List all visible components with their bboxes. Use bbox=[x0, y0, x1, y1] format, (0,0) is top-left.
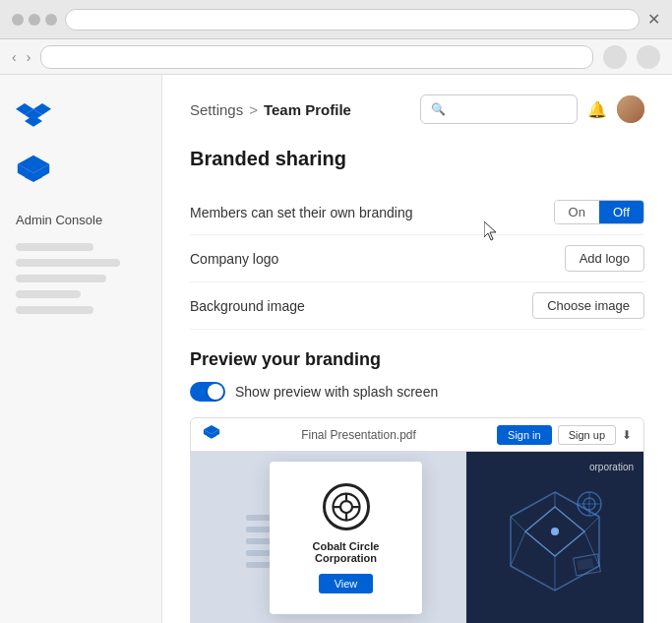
preview-frame: Final Presentation.pdf Sign in Sign up ⬇ bbox=[190, 417, 644, 623]
svg-point-23 bbox=[551, 528, 559, 535]
preview-topbar: Final Presentation.pdf Sign in Sign up ⬇ bbox=[191, 418, 643, 452]
svg-point-10 bbox=[340, 501, 352, 513]
back-arrow-icon[interactable]: ‹ bbox=[12, 49, 17, 65]
preview-title: Preview your branding bbox=[190, 349, 644, 370]
background-image-row: Background image Choose image bbox=[190, 282, 644, 330]
notification-bell-icon[interactable]: 🔔 bbox=[587, 100, 607, 119]
preview-toggle-row: Show preview with splash screen bbox=[190, 382, 644, 402]
admin-console-label: Admin Console bbox=[16, 213, 146, 227]
sidebar-skeleton bbox=[16, 243, 146, 314]
dropbox-brand-logo bbox=[16, 154, 146, 193]
preview-document: Cobalt Circle Corporation View bbox=[191, 452, 466, 623]
header-right: 🔍 🔔 bbox=[420, 94, 644, 124]
splash-overlay: Cobalt Circle Corporation View bbox=[270, 462, 422, 614]
splash-company-name: Cobalt Circle Corporation bbox=[285, 540, 406, 564]
preview-bg-panel: orporation bbox=[466, 452, 643, 623]
splash-view-button[interactable]: View bbox=[319, 574, 374, 593]
skeleton-1 bbox=[16, 243, 93, 251]
geo-wireframe-icon bbox=[491, 482, 619, 600]
breadcrumb: Settings > Team Profile bbox=[190, 101, 351, 118]
members-branding-label: Members can set their own branding bbox=[190, 205, 412, 220]
breadcrumb-current: Team Profile bbox=[264, 101, 351, 118]
preview-dropbox-icon bbox=[203, 424, 220, 445]
browser-dot-2 bbox=[29, 14, 40, 26]
branded-sharing-title: Branded sharing bbox=[190, 148, 644, 170]
address-bar[interactable] bbox=[65, 9, 640, 31]
main-header: Settings > Team Profile 🔍 🔔 bbox=[190, 94, 644, 124]
toggle-knob bbox=[208, 384, 223, 400]
preview-topbar-buttons: Sign in Sign up ⬇ bbox=[497, 425, 632, 445]
skeleton-5 bbox=[16, 306, 93, 314]
svg-line-22 bbox=[511, 517, 525, 531]
browser-dots bbox=[12, 14, 57, 26]
add-logo-button[interactable]: Add logo bbox=[565, 245, 644, 272]
members-branding-row: Members can set their own branding On Of… bbox=[190, 190, 644, 235]
preview-toggle[interactable] bbox=[190, 382, 225, 402]
main-content: Settings > Team Profile 🔍 🔔 Branded shar… bbox=[162, 75, 672, 623]
preview-bg-label: orporation bbox=[589, 462, 634, 472]
svg-rect-25 bbox=[577, 557, 593, 570]
browser-chrome: ✕ bbox=[0, 0, 672, 39]
dropbox-logo-icon bbox=[16, 94, 51, 130]
company-logo-label: Company logo bbox=[190, 251, 278, 267]
preview-section: Preview your branding Show preview with … bbox=[190, 349, 644, 623]
skeleton-2 bbox=[16, 259, 120, 267]
browser-dot-3 bbox=[45, 14, 57, 26]
toggle-on-button[interactable]: On bbox=[555, 201, 599, 223]
search-icon: 🔍 bbox=[431, 102, 446, 116]
browser-dot-1 bbox=[12, 14, 24, 26]
nav-circle-2 bbox=[637, 45, 660, 69]
preview-body: Cobalt Circle Corporation View orporatio… bbox=[191, 452, 643, 623]
nav-circle-1 bbox=[603, 45, 627, 69]
splash-logo-icon bbox=[323, 483, 370, 530]
company-logo-row: Company logo Add logo bbox=[190, 235, 644, 282]
url-bar[interactable] bbox=[40, 45, 593, 69]
preview-signin-button[interactable]: Sign in bbox=[497, 425, 552, 445]
svg-line-18 bbox=[584, 517, 599, 531]
app-container: Admin Console Settings > Team Profile 🔍 … bbox=[0, 75, 672, 623]
avatar[interactable] bbox=[617, 95, 644, 123]
svg-line-21 bbox=[511, 531, 525, 566]
forward-arrow-icon[interactable]: › bbox=[27, 49, 31, 65]
download-icon[interactable]: ⬇ bbox=[622, 428, 632, 442]
skeleton-4 bbox=[16, 290, 81, 298]
toggle-off-button[interactable]: Off bbox=[599, 201, 643, 223]
breadcrumb-separator: > bbox=[249, 101, 258, 118]
sidebar: Admin Console bbox=[0, 75, 162, 623]
branding-toggle-group[interactable]: On Off bbox=[554, 200, 644, 224]
choose-image-button[interactable]: Choose image bbox=[532, 292, 644, 319]
preview-signup-button[interactable]: Sign up bbox=[558, 425, 616, 445]
preview-filename: Final Presentation.pdf bbox=[228, 428, 489, 442]
avatar-image bbox=[617, 95, 644, 123]
background-image-label: Background image bbox=[190, 298, 305, 314]
breadcrumb-settings[interactable]: Settings bbox=[190, 101, 243, 118]
browser-close-icon[interactable]: ✕ bbox=[647, 10, 660, 29]
show-preview-label: Show preview with splash screen bbox=[235, 384, 438, 400]
skeleton-3 bbox=[16, 275, 106, 282]
browser-nav: ‹ › bbox=[0, 39, 672, 75]
search-bar[interactable]: 🔍 bbox=[420, 94, 578, 124]
